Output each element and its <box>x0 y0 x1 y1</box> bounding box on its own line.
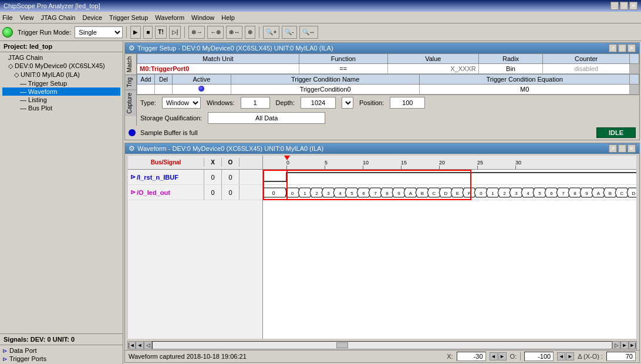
tree-waveform[interactable]: — Waveform <box>2 87 120 96</box>
menu-view[interactable]: View <box>20 14 34 21</box>
ruler-mark-20: 20 <box>439 160 445 166</box>
tree-listing[interactable]: — Listing <box>2 96 120 104</box>
menu-jtag-chain[interactable]: JTAG Chain <box>41 14 75 21</box>
scroll-right[interactable]: ► <box>620 341 629 349</box>
ruler-mark-15: 15 <box>401 160 407 166</box>
zoom-btn-1[interactable]: ⊕→ <box>188 26 205 39</box>
step-btn[interactable]: ▷| <box>169 26 181 39</box>
svg-text:F: F <box>468 191 471 196</box>
waveform-close-btn[interactable]: ✕ <box>627 144 636 153</box>
project-tree: JTAG Chain ◇ DEV:0 MyDevice0 (XC6SLX45) … <box>0 52 123 333</box>
zoom-out-btn[interactable]: 🔍- <box>282 26 296 39</box>
menu-window[interactable]: Window <box>191 14 214 21</box>
waveform-trace-area[interactable]: 0 5 10 15 <box>263 156 636 339</box>
cond-name-value[interactable]: TriggerCondition0 <box>231 85 419 95</box>
trigger-btn[interactable]: T! <box>155 26 166 39</box>
measurements: X: -30 ◄ ► O: -100 ◄ ► Δ (X-O) <box>447 352 636 361</box>
run-btn[interactable]: ▶ <box>130 26 141 39</box>
match-unit-value[interactable]: M0:TriggerPort0 <box>137 64 299 74</box>
waveform-scrollbar-thumb[interactable] <box>336 342 348 348</box>
tree-bus-plot[interactable]: — Bus Plot <box>2 104 120 112</box>
depth-select[interactable]: ▼ <box>342 97 353 109</box>
o-prev-btn[interactable]: ◄ <box>557 352 565 360</box>
windows-label: Windows: <box>207 99 235 106</box>
zoom-btn-4[interactable]: ⊕ <box>245 26 255 39</box>
tree-trigger-setup[interactable]: — Trigger Setup <box>2 79 120 87</box>
menu-file[interactable]: File <box>2 14 13 21</box>
minimize-btn[interactable]: _ <box>610 2 619 10</box>
ruler-mark-30: 30 <box>515 160 521 166</box>
waveform-scrollbar-track[interactable] <box>152 341 612 349</box>
trigger-side-tabs: Match Trig Capture <box>125 53 137 126</box>
signal-data-port[interactable]: ⊳ Data Port <box>2 346 120 355</box>
trigger-close-btn[interactable]: ✕ <box>627 44 636 52</box>
del-col-header: Del <box>155 75 173 85</box>
ruler-tick-10 <box>363 166 363 169</box>
signal-trigger-ports[interactable]: ⊳ Trigger Ports <box>2 355 120 363</box>
sig-name-led: ⊳ /O_led_out <box>128 185 204 200</box>
trigger-max-btn[interactable]: □ <box>618 44 626 52</box>
scroll-left[interactable]: ◄ <box>136 341 144 349</box>
traces-container: 0 0123456789ABCDEF0123456789ABCDEF012 <box>263 170 636 200</box>
menu-help[interactable]: Help <box>221 14 235 21</box>
zoom-btn-2[interactable]: ←⊕ <box>207 26 224 39</box>
menu-trigger-setup[interactable]: Trigger Setup <box>109 14 148 21</box>
type-select[interactable]: Window <box>162 97 201 109</box>
stop-btn[interactable]: ■ <box>143 26 153 39</box>
cond-equation-value[interactable]: M0 <box>420 85 630 95</box>
toolbar: Trigger Run Mode: Single Continuous Imme… <box>0 23 641 41</box>
toolbar-divider-3 <box>259 26 259 38</box>
active-radio-dot <box>198 86 204 92</box>
match-tab[interactable]: Match <box>125 53 136 75</box>
function-value[interactable]: == <box>299 64 387 74</box>
zoom-in-btn[interactable]: 🔍+ <box>263 26 279 39</box>
menu-waveform[interactable]: Waveform <box>155 14 184 21</box>
scroll-left-small[interactable]: ◁ <box>144 341 152 349</box>
idle-btn[interactable]: IDLE <box>596 127 636 138</box>
value-field[interactable]: X_XXXR <box>387 64 478 74</box>
add-btn[interactable] <box>137 85 155 95</box>
waveform-title: Waveform - DEV:0 MyDevice0 (XC6SLX45) UN… <box>137 145 323 152</box>
waveform-content: Bus/Signal X O ⊳ /I_rst_n_IBUF 0 0 <box>125 154 639 362</box>
x-next-btn[interactable]: ► <box>498 352 507 360</box>
active-radio[interactable] <box>173 85 231 95</box>
menu-device[interactable]: Device <box>82 14 102 21</box>
svg-text:0: 0 <box>272 190 275 196</box>
maximize-btn[interactable]: □ <box>620 2 628 10</box>
active-col-header: Active <box>173 75 231 85</box>
del-btn[interactable] <box>155 85 173 95</box>
trigger-setup-title: Trigger Setup - DEV:0 MyDevice0 (XC6SLX4… <box>137 45 333 52</box>
close-btn[interactable]: ✕ <box>629 2 637 10</box>
waveform-grid: Bus/Signal X O ⊳ /I_rst_n_IBUF 0 0 <box>127 155 637 339</box>
zoom-fit-btn[interactable]: 🔍↔ <box>299 26 318 39</box>
tree-unit[interactable]: ◇ UNIT:0 MyILA0 (ILA) <box>2 70 120 79</box>
radix-value[interactable]: Bin <box>478 64 543 74</box>
o-next-btn[interactable]: ► <box>566 352 574 360</box>
match-scroll-btn[interactable] <box>630 64 639 74</box>
svg-text:A: A <box>409 191 413 196</box>
x-prev-btn[interactable]: ◄ <box>490 352 498 360</box>
waveform-max-btn[interactable]: □ <box>618 144 626 153</box>
tree-jtag-chain[interactable]: JTAG Chain <box>2 53 120 62</box>
position-input[interactable] <box>390 97 425 109</box>
scroll-left-start[interactable]: |◄ <box>127 341 136 349</box>
windows-input[interactable] <box>241 97 270 109</box>
trig-tab[interactable]: Trig <box>125 75 136 90</box>
left-panel: Project: led_top JTAG Chain ◇ DEV:0 MyDe… <box>0 41 123 364</box>
zoom-btn-3[interactable]: ⊕↔ <box>226 26 242 39</box>
svg-text:6: 6 <box>362 191 365 196</box>
svg-text:7: 7 <box>374 191 377 196</box>
cond-scroll-btn[interactable] <box>630 85 639 95</box>
capture-tab[interactable]: Capture <box>125 90 136 116</box>
tree-device[interactable]: ◇ DEV:0 MyDevice0 (XC6SLX45) <box>2 62 120 70</box>
trigger-run-select[interactable]: Single Continuous Immediate <box>75 26 123 38</box>
svg-text:1: 1 <box>303 191 306 196</box>
waveform-float-btn[interactable]: ↗ <box>609 144 617 153</box>
data-port-arrow-icon: ⊳ <box>2 348 7 354</box>
depth-input[interactable] <box>301 97 336 109</box>
storage-input[interactable] <box>208 112 325 124</box>
right-panel: ⚙ Trigger Setup - DEV:0 MyDevice0 (XC6SL… <box>123 41 641 364</box>
trigger-float-btn[interactable]: ↗ <box>609 44 617 52</box>
scroll-right-small[interactable]: ▷ <box>612 341 620 349</box>
scroll-right-end[interactable]: ►| <box>629 341 637 349</box>
